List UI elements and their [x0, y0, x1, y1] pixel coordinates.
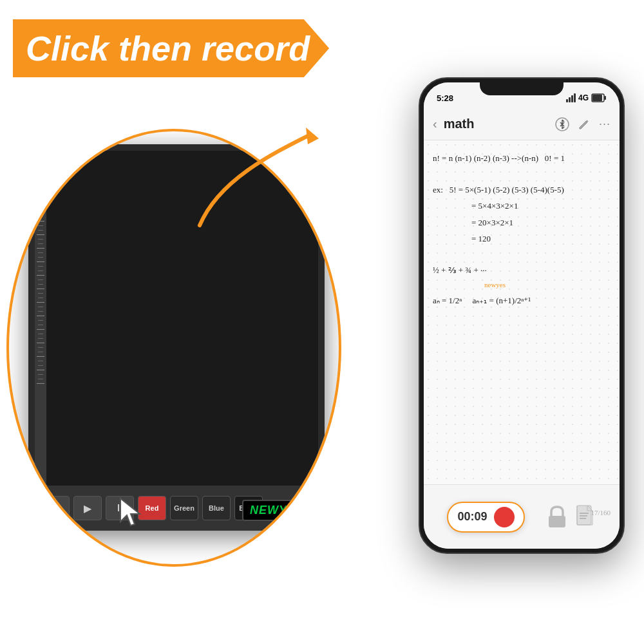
ruler-mark: [37, 180, 44, 181]
ruler-mark: [38, 257, 43, 258]
svg-rect-7: [577, 506, 591, 525]
status-icons: 4G: [566, 93, 607, 102]
ruler-mark: [38, 379, 43, 379]
phone-header: ‹ math ···: [424, 108, 620, 140]
math-line-2: ex: 5! = 5×(5-1) (5-2) (5-3) (5-4)(5-5): [433, 182, 611, 197]
svg-marker-0: [120, 498, 140, 526]
math-line-newyes: newyes: [433, 279, 611, 292]
ruler-mark: [38, 311, 43, 312]
green-button[interactable]: Green: [170, 496, 198, 520]
math-line-7: aₙ = 1/2ⁿ aₙ₊₁ = (n+1)/2ⁿ⁺¹: [433, 293, 611, 308]
svg-rect-6: [549, 516, 565, 527]
page-number: 17/160: [591, 509, 611, 516]
phone-notch: [480, 79, 564, 95]
newyes-text: NEWYES: [250, 504, 304, 516]
ruler-mark: [37, 167, 44, 167]
svg-rect-4: [592, 95, 602, 101]
ruler-mark: [37, 207, 44, 208]
check-button[interactable]: ✓: [41, 496, 70, 520]
ruler-mark: [38, 325, 43, 325]
svg-rect-3: [604, 96, 606, 100]
math-line-4: = 20×3×2×1: [433, 215, 611, 230]
math-content: n! = n (n-1) (n-2) (n-3) -->(n-n) 0! = 1…: [433, 151, 611, 308]
ruler-mark: [37, 289, 44, 289]
battery-icon: [591, 93, 607, 102]
footer-icons: [546, 504, 596, 530]
network-label: 4G: [578, 93, 589, 102]
cursor-arrow: [119, 497, 145, 523]
signal-icon: [566, 93, 576, 102]
phone-time: 5:28: [437, 93, 453, 103]
ruler-mark: [37, 316, 44, 316]
ruler-mark: [38, 266, 43, 267]
ruler-mark: [38, 347, 43, 348]
ruler-mark: [38, 203, 43, 204]
ruler-mark: [37, 302, 44, 303]
phone-content: n! = n (n-1) (n-2) (n-3) -->(n-n) 0! = 1…: [424, 140, 620, 523]
smartphone: 5:28 4G ‹ math: [419, 77, 625, 554]
ruler-mark: [38, 298, 43, 298]
ruler-mark: [37, 383, 44, 384]
ruler-mark: [38, 284, 43, 285]
ruler-mark: [38, 185, 43, 185]
ruler-mark: [38, 225, 43, 226]
ruler-mark: [38, 352, 43, 352]
ruler-mark: [38, 361, 43, 361]
orange-arrow: [180, 116, 335, 245]
ruler-mark: [38, 279, 43, 280]
newyes-logo: NEWYES: [242, 500, 312, 521]
ruler-mark: [38, 252, 43, 253]
ruler-mark: [38, 230, 43, 231]
ruler-mark: [38, 293, 43, 294]
banner: Click then record: [13, 19, 329, 77]
ruler-mark: [37, 275, 44, 276]
document-icon: [574, 504, 596, 530]
ruler-mark: [37, 329, 44, 330]
edit-icon[interactable]: [577, 117, 591, 131]
banner-text: Click then record: [26, 29, 310, 68]
ruler-mark: [38, 176, 43, 176]
ruler-mark: [37, 234, 44, 235]
recording-widget-inline: 00:09: [447, 502, 524, 533]
phone-screen: 5:28 4G ‹ math: [424, 82, 620, 549]
ruler-mark: [38, 162, 43, 163]
ruler-mark: [37, 370, 44, 370]
ruler-mark: [38, 307, 43, 307]
math-line-3: = 5×4×3×2×1: [433, 198, 611, 213]
ruler-mark: [38, 374, 43, 375]
ruler-mark: [37, 343, 44, 343]
svg-marker-1: [306, 128, 319, 144]
bluetooth-icon: [555, 117, 569, 131]
ruler-mark: [38, 239, 43, 240]
ruler-mark: [38, 243, 43, 244]
rec-time-inline: 00:09: [457, 510, 487, 524]
ruler-mark: [38, 212, 43, 213]
play-button[interactable]: ▶: [73, 496, 102, 520]
ruler-mark: [37, 194, 44, 194]
math-line-1: n! = n (n-1) (n-2) (n-3) -->(n-n) 0! = 1: [433, 151, 611, 166]
ruler-mark: [38, 158, 43, 158]
record-button[interactable]: [494, 507, 515, 527]
phone-footer: 00:09: [424, 484, 620, 549]
lock-icon: [546, 504, 568, 530]
note-title: math: [444, 117, 549, 131]
ruler-mark: [38, 216, 43, 217]
ruler-mark: [38, 320, 43, 321]
ruler-mark: [37, 221, 44, 222]
ruler-mark: [38, 365, 43, 366]
ruler-mark: [37, 153, 44, 154]
ruler-mark: [38, 334, 43, 334]
math-line-6: ½ + ⅔ + ¾ + ···: [433, 263, 611, 278]
header-icons: ···: [555, 117, 611, 131]
blue-button[interactable]: Blue: [202, 496, 231, 520]
ruler-mark: [38, 338, 43, 339]
ruler-mark: [37, 356, 44, 357]
ruler-mark: [38, 171, 43, 172]
ruler-mark: [38, 189, 43, 190]
ruler: [35, 151, 46, 486]
more-options[interactable]: ···: [599, 117, 611, 131]
back-button[interactable]: ‹: [433, 117, 437, 131]
ruler-mark: [37, 248, 44, 249]
ruler-mark: [38, 198, 43, 199]
math-line-5: = 120: [433, 231, 611, 246]
